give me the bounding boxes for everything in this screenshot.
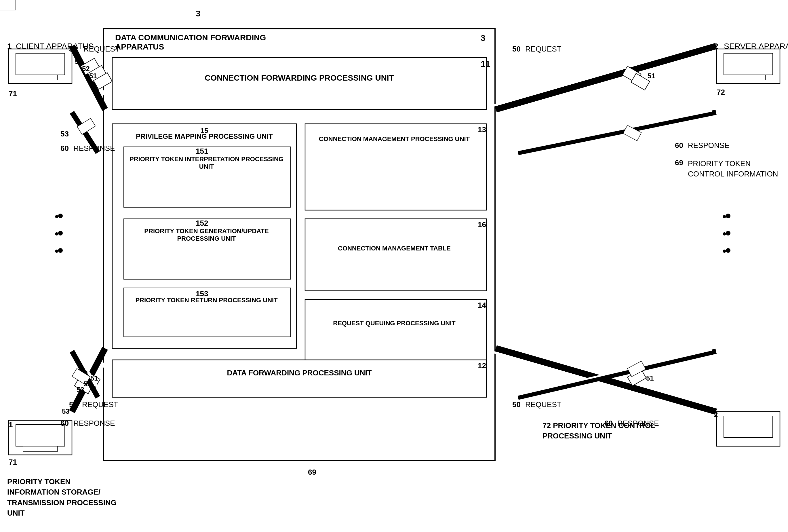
- label-69-bc: 69: [308, 468, 316, 477]
- svg-rect-4: [305, 219, 486, 291]
- dot1-left: •: [55, 210, 59, 223]
- server-num-top: 2: [714, 42, 718, 51]
- request-label-tl: REQUEST: [83, 45, 120, 54]
- svg-line-39: [518, 112, 716, 153]
- priority-storage-label: PRIORITY TOKEN INFORMATION STORAGE/TRANS…: [7, 476, 122, 518]
- svg-rect-9: [112, 360, 486, 397]
- svg-rect-43: [724, 416, 773, 438]
- conn-mgmt-num: 13: [478, 125, 486, 134]
- svg-rect-33: [724, 53, 773, 75]
- label-71-bl: 71: [8, 458, 17, 467]
- label-60-bl: 60: [60, 419, 69, 428]
- priority-token-info-label: PRIORITY TOKEN CONTROL INFORMATION: [688, 158, 786, 179]
- req-queue-label: REQUEST QUEUING PROCESSING UNIT: [308, 319, 480, 327]
- svg-line-13: [72, 46, 105, 110]
- svg-rect-22: [16, 425, 65, 446]
- svg-rect-32: [716, 49, 780, 83]
- main-box-num: 3: [480, 33, 486, 43]
- privilege-label: PRIVILEGE MAPPING PROCESSING UNIT: [115, 133, 294, 140]
- label-60-tr: 60: [675, 141, 683, 150]
- priority-gen-num: 152: [196, 219, 208, 228]
- svg-point-51: [58, 231, 63, 236]
- request-label-tr: REQUEST: [525, 45, 562, 54]
- svg-rect-49: [627, 361, 646, 377]
- priority-gen-label: PRIORITY TOKEN GENERATION/UPDATE PROCESS…: [126, 228, 287, 242]
- label-52-bl: 52: [83, 380, 91, 388]
- svg-rect-23: [23, 446, 58, 451]
- response-label-tl: RESPONSE: [73, 144, 115, 153]
- label-50-br: 50: [512, 400, 520, 409]
- svg-rect-42: [716, 412, 780, 446]
- svg-line-48: [514, 350, 712, 396]
- svg-rect-12: [23, 75, 58, 80]
- priority-ctrl-label: 72 PRIORITY TOKEN CONTROL PROCESSING UNI…: [543, 420, 704, 441]
- priority-interp-label: PRIORITY TOKEN INTERPRETATION PROCESSING…: [126, 155, 287, 171]
- svg-rect-1: [112, 58, 486, 110]
- data-forward-label: DATA FORWARDING PROCESSING UNIT: [115, 369, 484, 377]
- priority-return-num: 153: [196, 289, 208, 298]
- request-label-br: REQUEST: [525, 400, 562, 409]
- label-72-tr: 72: [716, 88, 725, 97]
- label-53b-tl: 53: [60, 130, 69, 138]
- svg-rect-46: [627, 369, 646, 386]
- figure-number: 3: [196, 8, 201, 18]
- label-50-tr: 50: [512, 45, 520, 54]
- dot3-right: •: [722, 245, 726, 258]
- svg-point-52: [58, 248, 63, 253]
- svg-rect-34: [731, 75, 766, 80]
- dot2-left: •: [55, 228, 59, 240]
- label-60-tl: 60: [60, 144, 69, 153]
- conn-forward-num: 11: [480, 59, 490, 69]
- label-2-br: 2: [714, 410, 718, 419]
- server-label-top: SERVER APPARATUS: [724, 42, 788, 51]
- label-51-tl: 51: [89, 72, 97, 80]
- client-num-top: 1: [7, 42, 12, 51]
- svg-rect-28: [0, 0, 16, 10]
- client-label-top: CLIENT APPARATUS: [16, 42, 94, 51]
- svg-line-47: [518, 351, 716, 397]
- dot1-right: •: [722, 210, 726, 223]
- svg-point-54: [726, 231, 730, 236]
- svg-rect-37: [623, 66, 641, 83]
- svg-point-50: [58, 214, 63, 218]
- svg-rect-38: [631, 74, 650, 90]
- label-51-bl: 51: [91, 374, 98, 382]
- label-50-tl: 50: [69, 45, 77, 54]
- label-51-br: 51: [646, 374, 654, 382]
- svg-line-35: [496, 46, 716, 110]
- label-50-bl: 50: [69, 400, 77, 409]
- conn-mgmt-label: CONNECTION MANAGEMENT PROCESSING UNIT: [308, 135, 480, 143]
- label-51-tr: 51: [648, 72, 655, 80]
- label-71-top: 71: [8, 89, 17, 98]
- label-52-tl: 52: [82, 65, 90, 73]
- svg-point-53: [726, 214, 730, 218]
- priority-interp-num: 151: [196, 147, 208, 156]
- req-queue-num: 14: [478, 301, 486, 310]
- dot3-left: •: [55, 245, 59, 258]
- svg-rect-10: [8, 49, 72, 83]
- conn-forward-label: CONNECTION FORWARDING PROCESSING UNIT: [115, 74, 484, 83]
- response-label-bl: RESPONSE: [73, 419, 115, 428]
- svg-line-45: [490, 351, 710, 415]
- svg-rect-11: [16, 53, 65, 75]
- svg-line-36: [490, 43, 710, 106]
- label-1-bl: 1: [8, 420, 13, 429]
- label-53c-bl: 53: [62, 407, 70, 415]
- label-53-bl: 53: [77, 386, 84, 394]
- conn-mgmt-table-num: 16: [478, 220, 486, 229]
- response-label-tr: RESPONSE: [688, 141, 730, 150]
- label-53-tl: 53: [75, 58, 83, 66]
- conn-mgmt-table-label: CONNECTION MANAGEMENT TABLE: [308, 245, 480, 252]
- label-69-tr: 69: [675, 158, 683, 167]
- request-label-bl: REQUEST: [82, 400, 118, 409]
- svg-rect-41: [623, 125, 642, 141]
- svg-rect-20: [77, 118, 96, 134]
- main-box-title: DATA COMMUNICATION FORWARDING APPARATUS: [115, 33, 288, 52]
- svg-point-55: [726, 248, 730, 253]
- dot2-right: •: [722, 228, 726, 240]
